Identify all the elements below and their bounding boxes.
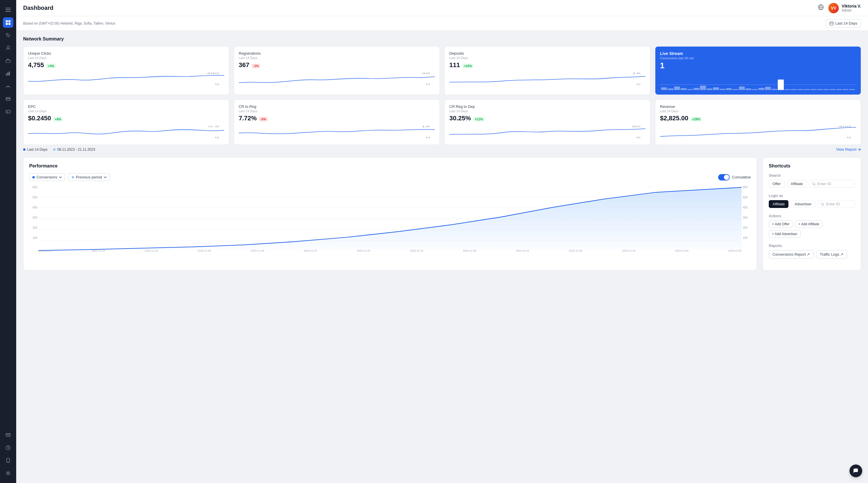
login-affiliate-tab[interactable]: Affiliate — [769, 200, 788, 208]
sidebar-settings-icon[interactable] — [3, 468, 13, 478]
svg-rect-1 — [5, 9, 11, 10]
conversions-report-button[interactable]: Conversions Report ↗ — [769, 250, 814, 259]
metric-unique-clicks: Unique Clicks Last 14 Days 4,755 +4% 480… — [23, 46, 229, 95]
add-offer-button[interactable]: + Add Offer — [769, 220, 793, 228]
svg-rect-9 — [6, 60, 10, 63]
search-affiliate-tab[interactable]: Affiliate — [787, 180, 807, 188]
metric-revenue-sublabel: Last 14 Days — [660, 109, 856, 113]
svg-rect-12 — [9, 71, 10, 75]
view-report-label: View Report — [836, 147, 857, 152]
svg-rect-0 — [5, 8, 11, 8]
bottom-section: Performance Conversions Previous period — [23, 157, 861, 270]
metric-unique-clicks-sublabel: Last 14 Days — [28, 56, 224, 60]
svg-text:0.6: 0.6 — [208, 125, 219, 128]
svg-text:0: 0 — [215, 136, 219, 139]
body-content: Network Summary Unique Clicks Last 14 Da… — [16, 31, 868, 483]
svg-rect-10 — [6, 73, 7, 75]
svg-rect-5 — [6, 23, 8, 25]
date-filter-label: Last 14 Days — [835, 21, 857, 26]
metric-registrations-badge: -1% — [252, 64, 260, 68]
search-row: Offer Affiliate Enter ID — [769, 180, 855, 188]
metric-revenue-label: Revenue — [660, 104, 856, 109]
metric-cr-reg-dep: CR Reg to Dep Last 14 Days 30.25% +11% 8… — [444, 99, 650, 145]
sidebar-clock-icon[interactable] — [3, 443, 13, 453]
network-summary-section: Network Summary Unique Clicks Last 14 Da… — [23, 36, 861, 152]
header: Dashboard VV Viktoria V. Admin — [16, 0, 868, 16]
prev-period-dot — [72, 176, 74, 179]
cumulative-toggle-row: Cumulative — [718, 174, 751, 181]
x-axis: 2023-11-22 2023-11-23 2023-11-24 2023-11… — [38, 249, 742, 252]
user-details: Viktoria V. Admin — [842, 4, 861, 12]
svg-text:0: 0 — [426, 136, 430, 139]
login-advertiser-tab[interactable]: Advertiser — [791, 200, 815, 208]
x-label-8: 2023-11-29 — [410, 249, 423, 252]
sidebar-mobile-icon[interactable] — [3, 455, 13, 465]
search-placeholder: Enter ID — [817, 182, 831, 186]
user-role: Admin — [842, 8, 861, 12]
actions-section: Actions + Add Offer + Add Affiliate + Ad… — [769, 214, 855, 238]
live-stream-chart — [660, 73, 856, 90]
metric-revenue-badge: +29% — [691, 117, 702, 122]
performance-chart: 2023-11-22 2023-11-23 2023-11-24 2023-11… — [38, 186, 742, 252]
sidebar — [0, 0, 16, 483]
metric-epc: EPC Last 14 Days $0.2450 +8% 0.6 0 — [23, 99, 229, 145]
user-menu[interactable]: VV Viktoria V. Admin — [828, 3, 861, 13]
svg-point-21 — [8, 461, 8, 462]
login-as-label: Login as — [769, 193, 855, 198]
sidebar-tag-icon[interactable] — [3, 30, 13, 40]
metric-epc-badge: +8% — [54, 117, 63, 122]
metric-registrations-value: 367 — [239, 61, 249, 69]
svg-text:80: 80 — [632, 125, 641, 128]
svg-text:400: 400 — [838, 125, 851, 128]
perf-controls: Conversions Previous period Cumulative — [29, 173, 751, 181]
search-id-input[interactable]: Enter ID — [809, 180, 855, 188]
sidebar-dashboard-icon[interactable] — [3, 18, 13, 28]
chat-bubble[interactable] — [849, 464, 862, 477]
conversions-dropdown[interactable]: Conversions — [29, 173, 65, 181]
svg-text:0: 0 — [215, 83, 219, 86]
cumulative-label: Cumulative — [732, 175, 751, 179]
reports-label: Reports — [769, 244, 855, 248]
svg-rect-15 — [6, 98, 10, 99]
legend-dot-current — [23, 149, 26, 151]
view-report-link[interactable]: View Report — [836, 147, 861, 152]
sidebar-briefcase-icon[interactable] — [3, 56, 13, 66]
metric-deposits: Deposits Last 14 Days 111 +10% 16 0 — [444, 46, 650, 95]
prev-period-dropdown[interactable]: Previous period — [69, 173, 110, 181]
metric-cr-to-reg-value: 7.72% — [239, 115, 257, 122]
globe-icon[interactable] — [818, 4, 824, 11]
sidebar-user-icon[interactable] — [3, 43, 13, 53]
reports-row: Conversions Report ↗ Traffic Logs ↗ — [769, 250, 855, 259]
metric-live-stream-value: 1 — [660, 61, 856, 70]
cumulative-toggle[interactable] — [718, 174, 730, 181]
metric-cr-to-reg-label: CR to Reg — [239, 104, 435, 109]
svg-text:16: 16 — [421, 125, 430, 128]
sidebar-card-icon[interactable] — [3, 94, 13, 104]
performance-chart-wrapper: 600500400300200100 — [29, 186, 751, 252]
metric-epc-sublabel: Last 14 Days — [28, 109, 224, 113]
svg-text:0: 0 — [636, 83, 641, 86]
svg-rect-4 — [8, 20, 10, 22]
x-label-9: 2023-11-30 — [463, 249, 476, 252]
svg-text:480: 480 — [206, 72, 219, 75]
header-right: VV Viktoria V. Admin — [818, 3, 861, 13]
login-id-input[interactable]: Enter ID — [818, 200, 855, 208]
sidebar-email-icon[interactable] — [3, 430, 13, 440]
conversions-dot — [32, 176, 35, 179]
add-advertiser-button[interactable]: + Add Advertiser — [769, 230, 801, 238]
svg-rect-6 — [8, 23, 10, 25]
sidebar-signal-icon[interactable] — [3, 81, 13, 91]
svg-rect-17 — [7, 111, 8, 112]
sidebar-chart-icon[interactable] — [3, 68, 13, 79]
sidebar-card2-icon[interactable] — [3, 106, 13, 117]
sidebar-menu-icon[interactable] — [3, 5, 13, 15]
x-label-10: 2023-12-01 — [516, 249, 529, 252]
add-affiliate-button[interactable]: + Add Affiliate — [795, 220, 823, 228]
metric-registrations-label: Registrations — [239, 51, 435, 56]
search-offer-tab[interactable]: Offer — [769, 180, 785, 188]
svg-rect-16 — [6, 110, 10, 113]
x-label-14: 2023-12-05 — [728, 249, 742, 252]
traffic-logs-button[interactable]: Traffic Logs ↗ — [816, 250, 847, 259]
svg-rect-11 — [7, 72, 8, 75]
date-filter-button[interactable]: Last 14 Days — [826, 19, 861, 28]
